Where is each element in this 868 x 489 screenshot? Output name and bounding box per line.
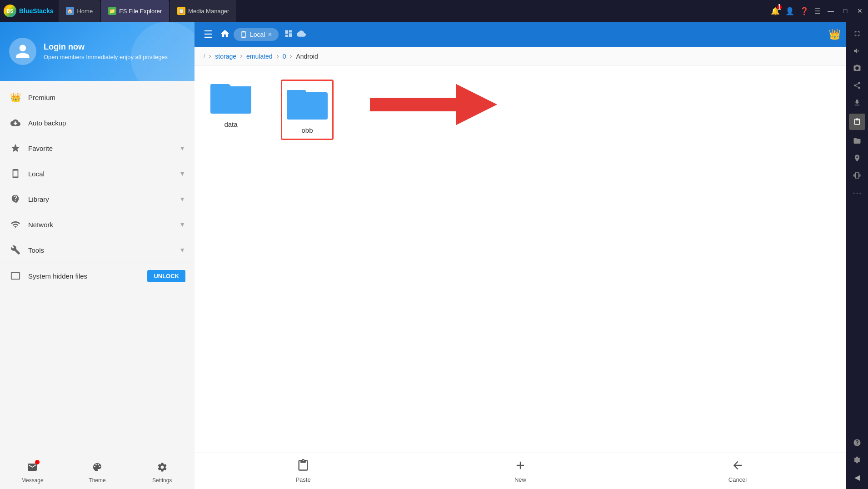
title-bar-tabs: 🏠 Home 📁 ES File Explorer 📋 Media Manage… [59, 0, 771, 22]
es-sidebar: Login now Open members Immediately enjoy… [0, 22, 195, 489]
nav-premium-label: Premium [28, 94, 185, 101]
sound-icon[interactable] [849, 43, 865, 59]
breadcrumb-storage[interactable]: storage [215, 53, 236, 60]
fe-bottom-toolbar: Paste New Cancel [195, 453, 846, 489]
nav-library-label: Library [28, 195, 179, 203]
breadcrumb-0[interactable]: 0 [283, 53, 286, 60]
clipboard-button[interactable] [849, 114, 865, 130]
bottom-settings-button[interactable]: Settings [130, 456, 195, 489]
tools-icon [9, 244, 22, 256]
tab-home[interactable]: 🏠 Home [59, 0, 100, 22]
es-tab-icon: 📁 [108, 7, 116, 15]
minimize-button[interactable]: — [826, 6, 835, 15]
app-area: Login now Open members Immediately enjoy… [0, 22, 868, 489]
map-icon[interactable] [849, 150, 865, 166]
login-subtext: Open members Immediately enjoy all privi… [44, 54, 168, 60]
crown-icon: 👑 [828, 29, 841, 40]
profile-icon[interactable]: 👤 [785, 7, 794, 15]
login-banner[interactable]: Login now Open members Immediately enjoy… [0, 22, 195, 81]
settings-icon [157, 462, 168, 475]
tab-media-manager[interactable]: 📋 Media Manager [170, 0, 236, 22]
system-hidden-files[interactable]: System hidden files UNLOCK [0, 263, 195, 289]
settings-label: Settings [152, 477, 172, 484]
tab-es-file-explorer[interactable]: 📁 ES File Explorer [101, 0, 169, 22]
more-icon[interactable]: ⋯ [849, 185, 865, 201]
favorite-icon [9, 142, 22, 155]
new-label: New [514, 476, 526, 483]
cancel-label: Cancel [728, 476, 747, 483]
library-chevron-icon: ▼ [179, 195, 185, 203]
auto-backup-icon [9, 116, 22, 129]
nav-auto-backup-label: Auto backup [28, 119, 185, 127]
nav-local-label: Local [28, 170, 179, 178]
breadcrumb-chevron-2 [238, 53, 244, 60]
breadcrumb-chevron-3 [274, 53, 281, 60]
theme-label: Theme [89, 477, 105, 484]
cloud-icon[interactable] [297, 29, 306, 40]
local-chevron-icon: ▼ [179, 170, 185, 177]
network-icon [9, 218, 22, 231]
folder-icon-right[interactable] [849, 133, 865, 149]
bottom-theme-button[interactable]: Theme [65, 456, 130, 489]
tools-chevron-icon: ▼ [179, 246, 185, 254]
nav-item-network[interactable]: Network ▼ [0, 212, 195, 237]
unlock-button[interactable]: UNLOCK [147, 270, 185, 282]
menu-icon[interactable]: ☰ [814, 7, 821, 15]
expand-icon[interactable] [849, 25, 865, 42]
nav-item-tools[interactable]: Tools ▼ [0, 237, 195, 263]
local-tab-label: Local [250, 31, 265, 38]
system-hidden-icon [9, 269, 22, 282]
cancel-button[interactable]: Cancel [629, 453, 846, 489]
new-button[interactable]: New [412, 453, 629, 489]
folder-obb-icon [287, 85, 328, 122]
home-button[interactable] [220, 29, 230, 41]
svg-marker-4 [370, 84, 497, 125]
maximize-button[interactable]: □ [841, 6, 850, 15]
file-grid: data obb [195, 66, 846, 453]
nav-item-auto-backup[interactable]: Auto backup [0, 110, 195, 135]
system-hidden-label: System hidden files [28, 272, 147, 280]
screenshot-icon[interactable] [849, 60, 865, 76]
grid-icon[interactable] [284, 29, 293, 40]
notification-badge: 1 [777, 5, 782, 10]
message-icon [27, 462, 38, 475]
main-wrapper: Login now Open members Immediately enjoy… [0, 22, 868, 489]
local-tab-active[interactable]: Local ✕ [234, 28, 279, 41]
vibrate-icon[interactable] [849, 167, 865, 184]
bs-right-sidebar: ⋯ ◀ [846, 22, 868, 489]
back-arrow-icon[interactable]: ◀ [849, 469, 865, 485]
nav-item-premium[interactable]: 👑 Premium [0, 85, 195, 110]
close-button[interactable]: ✕ [855, 6, 864, 15]
folder-obb[interactable]: obb [281, 80, 334, 140]
nav-tools-label: Tools [28, 246, 179, 254]
hamburger-menu-button[interactable]: ☰ [200, 27, 216, 42]
share-icon[interactable] [849, 77, 865, 94]
paste-button[interactable]: Paste [195, 453, 412, 489]
svg-rect-3 [287, 92, 328, 120]
notification-icon[interactable]: 🔔 1 [771, 7, 780, 15]
premium-icon: 👑 [9, 91, 22, 104]
folder-shape-data [210, 80, 251, 114]
folder-data[interactable]: data [208, 80, 254, 128]
question-icon[interactable] [849, 434, 865, 451]
breadcrumb-chevron-1 [207, 53, 213, 60]
download-icon[interactable] [849, 95, 865, 111]
help-icon[interactable]: ❓ [800, 7, 809, 15]
home-tab-label: Home [77, 8, 93, 15]
nav-network-label: Network [28, 221, 179, 229]
breadcrumb-emulated[interactable]: emulated [246, 53, 273, 60]
es-bottom-nav: Message Theme Settings [0, 456, 195, 489]
tab-close-icon[interactable]: ✕ [268, 31, 272, 38]
fe-main: ☰ Local ✕ 👑 [195, 22, 846, 489]
nav-item-local[interactable]: Local ▼ [0, 161, 195, 186]
nav-item-favorite[interactable]: Favorite ▼ [0, 135, 195, 161]
message-badge [35, 460, 40, 464]
gear-icon[interactable] [849, 452, 865, 468]
nav-item-library[interactable]: Library ▼ [0, 186, 195, 212]
es-nav: 👑 Premium Auto backup Favorite ▼ [0, 81, 195, 456]
breadcrumb: / storage emulated 0 Android [195, 47, 846, 66]
app-logo: BS BlueStacks [4, 5, 53, 17]
bottom-message-button[interactable]: Message [0, 456, 65, 489]
mm-tab-label: Media Manager [188, 8, 229, 15]
login-text: Login now Open members Immediately enjoy… [44, 42, 168, 60]
